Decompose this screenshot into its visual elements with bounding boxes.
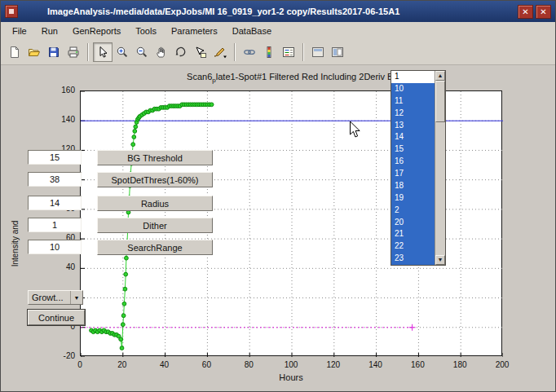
spot-list-item[interactable]: 10 <box>391 83 435 95</box>
spot-list-item[interactable]: 14 <box>391 131 435 143</box>
select-arrow-button[interactable] <box>93 42 113 62</box>
select-arrow-icon <box>96 46 109 59</box>
menu-item-file[interactable]: File <box>5 24 34 38</box>
x-tick-label: 180 <box>448 360 472 369</box>
rotate-3d-icon <box>174 46 188 59</box>
spot-list-scrollbar[interactable]: ▲ ▼ <box>435 71 445 265</box>
new-file-button[interactable] <box>5 42 24 62</box>
spot-list-item[interactable]: 11 <box>391 95 435 108</box>
zoom-out-button[interactable] <box>132 42 152 62</box>
insert-legend-icon <box>282 46 295 59</box>
spot-list-item[interactable]: 16 <box>391 156 435 168</box>
chevron-down-icon[interactable]: ▼ <box>70 291 82 304</box>
menu-bar: FileRunGenReportsToolsParametersDataBase <box>1 22 555 39</box>
pan-hand-icon <box>155 46 168 59</box>
spot-det-thres-input[interactable] <box>28 172 82 187</box>
spot-list-item[interactable]: 13 <box>391 120 435 132</box>
spot-list-item[interactable]: 12 <box>391 108 435 120</box>
open-folder-button[interactable] <box>24 42 44 62</box>
bg-threshold-input[interactable] <box>28 150 82 165</box>
link-plot-icon <box>243 46 256 59</box>
data-cursor-icon <box>194 46 207 59</box>
close-button[interactable]: ✕ <box>536 5 551 19</box>
spot-list-item[interactable]: 1 <box>391 71 435 83</box>
hide-plot-tools-icon <box>311 46 324 59</box>
x-tick-label: 140 <box>364 360 388 369</box>
spot-list-item[interactable]: 18 <box>391 180 435 192</box>
toolbar-separator <box>302 43 304 61</box>
y-tick-label: 40 <box>41 262 75 271</box>
hide-plot-tools-button[interactable] <box>308 42 328 62</box>
continue-button[interactable]: Continue <box>28 310 85 325</box>
menu-item-run[interactable]: Run <box>34 24 65 38</box>
brush-button[interactable] <box>210 42 230 62</box>
growth-mode-value: Growt... <box>29 291 70 304</box>
insert-colorbar-button[interactable] <box>259 42 279 62</box>
y-tick-label: -20 <box>41 351 75 360</box>
new-file-icon <box>8 46 21 59</box>
x-tick-label: 20 <box>110 360 135 369</box>
x-tick-label: 100 <box>279 360 303 369</box>
y-tick-label: 140 <box>41 115 75 124</box>
save-button[interactable] <box>44 42 64 62</box>
scroll-down-icon[interactable]: ▼ <box>435 255 445 265</box>
window-title: ImageAnalysis-/media/data/ExpJobs/MI 16_… <box>18 7 515 16</box>
scrollbar-thumb[interactable] <box>435 81 445 122</box>
radius-input[interactable] <box>28 196 82 210</box>
show-plot-tools-icon <box>331 46 344 59</box>
spot-list-item[interactable]: 23 <box>391 253 435 265</box>
y-axis-label: Intensity and <box>11 183 22 305</box>
show-plot-tools-button[interactable] <box>328 42 347 62</box>
toolbar <box>1 39 555 65</box>
x-axis-label: Hours <box>80 372 502 382</box>
spot-number-items: 110111213141516171819220212223 <box>391 71 435 265</box>
search-range-label: SearchRange <box>97 240 213 255</box>
menu-item-parameters[interactable]: Parameters <box>164 24 225 38</box>
print-icon <box>67 46 80 59</box>
menu-item-genreports[interactable]: GenReports <box>65 24 128 38</box>
insert-colorbar-icon <box>263 46 276 59</box>
search-range-input[interactable] <box>28 240 82 254</box>
x-tick-label: 60 <box>194 360 218 369</box>
app-window: ImageAnalysis-/media/data/ExpJobs/MI 16_… <box>0 0 556 392</box>
x-tick-label: 80 <box>236 360 261 369</box>
link-plot-button[interactable] <box>240 42 259 62</box>
x-tick-label: 120 <box>321 360 346 369</box>
menu-item-database[interactable]: DataBase <box>225 24 279 38</box>
data-cursor-button[interactable] <box>191 42 210 62</box>
menu-item-tools[interactable]: Tools <box>128 24 164 38</box>
radius-label: Radius <box>97 196 213 211</box>
zoom-out-icon <box>135 46 148 59</box>
insert-legend-button[interactable] <box>279 42 298 62</box>
save-icon <box>47 46 60 59</box>
rotate-3d-button[interactable] <box>171 42 191 62</box>
spot-list-item[interactable]: 2 <box>391 205 435 217</box>
mouse-cursor <box>349 121 362 139</box>
print-button[interactable] <box>64 42 83 62</box>
toolbar-separator <box>234 43 236 61</box>
y-tick-label: 160 <box>41 86 75 95</box>
dither-label: Dither <box>97 218 213 233</box>
zoom-in-icon <box>116 46 129 59</box>
spot-list-item[interactable]: 20 <box>391 217 435 229</box>
spot-list-item[interactable]: 15 <box>391 143 435 156</box>
spot-list-item[interactable]: 17 <box>391 168 435 180</box>
spot-list-item[interactable]: 22 <box>391 240 435 253</box>
dither-input[interactable] <box>28 218 82 232</box>
x-tick-label: 40 <box>152 360 177 369</box>
open-folder-icon <box>28 46 41 59</box>
spot-det-thres-label: SpotDetThres(1-60%) <box>97 172 213 187</box>
pan-hand-button[interactable] <box>152 42 171 62</box>
title-bar: ImageAnalysis-/media/data/ExpJobs/MI 16_… <box>1 1 555 22</box>
scroll-up-icon[interactable]: ▲ <box>435 71 445 81</box>
figure-area: Scan6plate1-Spot#1 Filtered Red Includin… <box>1 65 556 392</box>
spot-list-item[interactable]: 19 <box>391 192 435 205</box>
maximize-button[interactable]: ✕ <box>518 5 533 19</box>
zoom-in-button[interactable] <box>113 42 132 62</box>
window-menu-icon[interactable] <box>5 5 18 18</box>
spot-number-list: 110111213141516171819220212223 ▲ ▼ <box>391 70 446 266</box>
bg-threshold-label: BG Threshold <box>97 150 213 165</box>
x-tick-label: 0 <box>68 360 92 369</box>
spot-list-item[interactable]: 21 <box>391 228 435 240</box>
growth-mode-dropdown[interactable]: Growt... ▼ <box>28 290 83 305</box>
